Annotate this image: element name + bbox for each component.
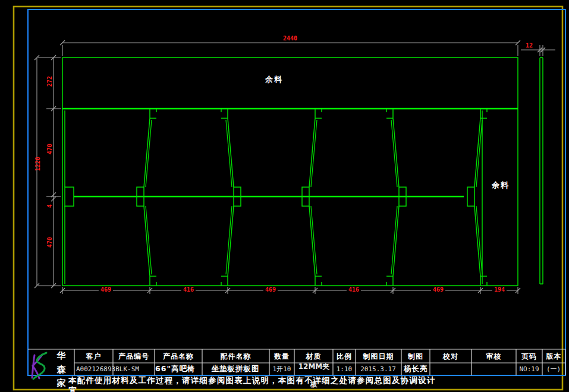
surplus-label-top: 余料 bbox=[265, 75, 283, 83]
table-header-6: 比例 bbox=[337, 353, 352, 360]
table-header-3: 配件名称 bbox=[221, 353, 252, 360]
table-header-12: 版本 bbox=[546, 353, 562, 360]
dim-left-2: 4 bbox=[47, 204, 53, 208]
scale-value: 1:10 bbox=[337, 366, 353, 372]
product-code-value: A002126893BLK-SM bbox=[76, 366, 139, 372]
dim-bottom-5: 194 bbox=[492, 287, 507, 293]
dim-top-width: 2440 bbox=[283, 36, 297, 42]
table-header-4: 数量 bbox=[274, 353, 290, 360]
dim-edge-strip: 12 bbox=[526, 43, 533, 49]
material-line1: 12MM夹 bbox=[298, 362, 330, 371]
drafter-value: 杨长亮 bbox=[404, 365, 428, 373]
dim-left-0: 272 bbox=[47, 76, 53, 87]
table-header-10: 审核 bbox=[486, 353, 502, 360]
table-header-9: 校对 bbox=[443, 353, 458, 360]
dim-bottom-1: 416 bbox=[181, 287, 196, 293]
dim-left-3: 470 bbox=[47, 237, 53, 248]
table-header-2: 产品名称 bbox=[163, 353, 194, 360]
table-header-8: 制图 bbox=[408, 353, 423, 360]
cad-drawing-viewport: 余料 余料 2440 12 1220 2724704470 4694164694… bbox=[0, 0, 569, 392]
part-name-value: 坐垫板拼板图 bbox=[212, 365, 260, 373]
table-header-1: 产品编号 bbox=[118, 353, 149, 360]
date-value: 2015.3.17 bbox=[360, 366, 396, 372]
dim-bottom-3: 416 bbox=[347, 287, 361, 293]
dim-bottom-2: 469 bbox=[263, 287, 278, 293]
drawing-note-line2: 宜 bbox=[68, 387, 77, 392]
company-char-0: 华 bbox=[57, 352, 66, 361]
product-name-value: 66"高吧椅 bbox=[155, 365, 195, 373]
table-header-11: 页码 bbox=[521, 353, 537, 360]
drawing-note: 本配件使用材料及工作过程，请详细参阅图表上说明，本图有不详细之处请参阅总图及协调… bbox=[68, 377, 435, 385]
table-header-7: 制图日期 bbox=[363, 353, 394, 360]
page-value: NO:19 bbox=[519, 366, 539, 372]
quantity-value: 1开10 bbox=[273, 366, 291, 372]
panel-cutting-layout-drawing bbox=[0, 0, 569, 392]
dim-left-1: 470 bbox=[47, 144, 53, 154]
dim-total-height: 1220 bbox=[35, 157, 41, 171]
surplus-label-right: 余料 bbox=[492, 181, 510, 189]
table-header-0: 客户 bbox=[86, 353, 102, 360]
dim-bottom-4: 469 bbox=[431, 287, 445, 293]
version-value: (一) bbox=[546, 366, 561, 372]
company-char-1: 森 bbox=[57, 365, 66, 374]
company-char-2: 家 bbox=[57, 379, 66, 388]
dim-bottom-0: 469 bbox=[99, 287, 113, 293]
